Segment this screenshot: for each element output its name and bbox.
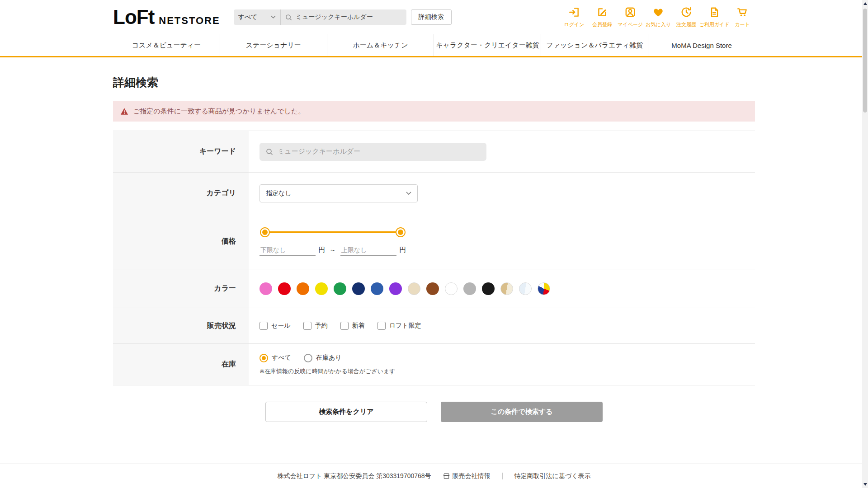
slider-track	[265, 231, 401, 233]
cart-icon	[736, 6, 748, 20]
history-clock-icon	[680, 6, 692, 20]
scrollbar[interactable]	[862, 0, 868, 488]
form-row-price: 価格 円 ～ 円	[113, 214, 755, 269]
color-swatch-list	[259, 282, 550, 295]
keyword-input[interactable]: ミュージックキーホルダー	[259, 143, 486, 161]
category-label: カテゴリ	[113, 173, 249, 214]
nav-item-stationery[interactable]: ステーショナリー	[220, 34, 327, 56]
scrollbar-thumb[interactable]	[863, 9, 867, 113]
price-slider-handle-max[interactable]	[396, 227, 406, 237]
footer-link-company-info[interactable]: 販売会社情報	[443, 472, 491, 480]
checkbox-label: 予約	[315, 322, 328, 330]
checkbox-new[interactable]: 新着	[340, 322, 365, 330]
no-results-alert: ご指定の条件に一致する商品が見つかりませんでした。	[113, 101, 755, 122]
color-swatch-white[interactable]	[445, 282, 458, 295]
sales-status-label: 販売状況	[113, 308, 249, 343]
main-content: 詳細検索 ご指定の条件に一致する商品が見つかりませんでした。 キーワード	[0, 57, 868, 464]
color-swatch-orange[interactable]	[297, 282, 309, 295]
radio-label: すべて	[272, 354, 291, 362]
utility-register[interactable]: 会員登録	[590, 6, 615, 28]
price-min-input[interactable]	[259, 244, 316, 256]
color-swatch-purple[interactable]	[389, 282, 402, 295]
color-swatch-red[interactable]	[278, 282, 291, 295]
logo-loft-text: LoFt	[113, 7, 154, 27]
storefront-icon	[443, 473, 450, 479]
radio-label: 在庫あり	[316, 354, 342, 362]
utility-label: 会員登録	[592, 21, 612, 28]
stock-radio-in-stock[interactable]: 在庫あり	[304, 354, 342, 362]
utility-label: お気に入り	[646, 21, 671, 28]
page-title: 詳細検索	[113, 75, 755, 89]
search-icon	[266, 148, 273, 155]
stock-note: ※在庫情報の反映に時間がかかる場合がございます	[259, 367, 396, 375]
clear-conditions-button[interactable]: 検索条件をクリア	[265, 402, 427, 422]
color-swatch-gold[interactable]	[500, 282, 513, 295]
scroll-up-arrow-icon[interactable]	[862, 0, 868, 7]
register-pencil-icon	[596, 6, 608, 20]
checkbox-sale[interactable]: セール	[259, 322, 291, 330]
nav-item-fashion[interactable]: ファッション＆バラエティ雑貨	[541, 34, 648, 56]
color-swatch-yellow[interactable]	[315, 282, 328, 295]
logo-netstore-text: NETSTORE	[159, 15, 220, 27]
guide-document-icon	[708, 6, 720, 20]
utility-mypage[interactable]: マイページ	[618, 6, 643, 28]
page: LoFt NETSTORE すべて ミュージックキーホルダ	[0, 0, 868, 488]
nav-item-character[interactable]: キャラクター・クリエイター雑貨	[434, 34, 541, 56]
color-swatch-pink[interactable]	[259, 282, 272, 295]
checkbox-box	[303, 322, 311, 330]
header-search-input[interactable]: ミュージックキーホルダー	[281, 9, 406, 25]
utility-login[interactable]: ログイン	[561, 6, 587, 28]
form-row-category: カテゴリ 指定なし	[113, 173, 755, 214]
scroll-down-arrow-icon[interactable]	[862, 481, 868, 488]
category-selected-value: 指定なし	[266, 189, 292, 197]
search-category-select[interactable]: すべて	[234, 9, 281, 25]
footer-separator	[502, 473, 503, 479]
checkbox-label: ロフト限定	[389, 322, 421, 330]
utility-cart[interactable]: カート	[730, 6, 755, 28]
stock-radio-group: すべて 在庫あり	[259, 354, 354, 362]
search-submit-button[interactable]: この条件で検索する	[441, 402, 603, 422]
stock-label: 在庫	[113, 344, 249, 385]
price-max-input[interactable]	[340, 244, 396, 256]
utility-label: マイページ	[618, 21, 643, 28]
color-swatch-blue[interactable]	[371, 282, 383, 295]
price-range-slider[interactable]	[265, 227, 401, 237]
utility-favorites[interactable]: お気に入り	[646, 6, 671, 28]
color-swatch-green[interactable]	[334, 282, 346, 295]
footer-company-text: 株式会社ロフト 東京都公安委員会 第303319700768号	[277, 472, 431, 480]
checkbox-loft-limited[interactable]: ロフト限定	[377, 322, 421, 330]
checkbox-label: 新着	[352, 322, 365, 330]
category-select[interactable]: 指定なし	[259, 184, 418, 202]
checkbox-label: セール	[271, 322, 291, 330]
price-unit-label: 円	[399, 246, 406, 254]
color-swatch-brown[interactable]	[426, 282, 439, 295]
color-swatch-black[interactable]	[482, 282, 495, 295]
footer-link-label: 販売会社情報	[453, 472, 491, 480]
price-label: 価格	[113, 214, 249, 269]
price-slider-handle-min[interactable]	[260, 227, 270, 237]
loft-logo[interactable]: LoFt NETSTORE	[113, 7, 220, 27]
detail-search-button[interactable]: 詳細検索	[411, 9, 452, 25]
color-swatch-gray[interactable]	[463, 282, 476, 295]
nav-item-home-kitchen[interactable]: ホーム＆キッチン	[327, 34, 434, 56]
utility-order-history[interactable]: 注文履歴	[674, 6, 699, 28]
search-category-value: すべて	[238, 13, 258, 21]
form-row-color: カラー	[113, 269, 755, 308]
color-swatch-navy[interactable]	[352, 282, 365, 295]
color-swatch-multicolor[interactable]	[538, 282, 550, 295]
keyword-value: ミュージックキーホルダー	[278, 147, 360, 156]
utility-guide[interactable]: ご利用ガイド	[702, 6, 727, 28]
color-swatch-beige[interactable]	[408, 282, 420, 295]
checkbox-reservation[interactable]: 予約	[303, 322, 328, 330]
footer-link-law[interactable]: 特定商取引法に基づく表示	[514, 472, 591, 480]
user-icon	[624, 6, 636, 20]
chevron-down-icon	[271, 15, 276, 19]
nav-item-moma[interactable]: MoMA Design Store	[648, 34, 755, 56]
color-swatch-silver[interactable]	[519, 282, 532, 295]
nav-item-cosme[interactable]: コスメ＆ビューティー	[113, 34, 220, 56]
stock-radio-all[interactable]: すべて	[259, 354, 291, 362]
color-label: カラー	[113, 269, 249, 308]
form-actions: 検索条件をクリア この条件で検索する	[113, 402, 755, 422]
advanced-search-form: キーワード ミュージックキーホルダー カテゴリ	[113, 131, 755, 385]
price-unit-label: 円	[318, 246, 325, 254]
